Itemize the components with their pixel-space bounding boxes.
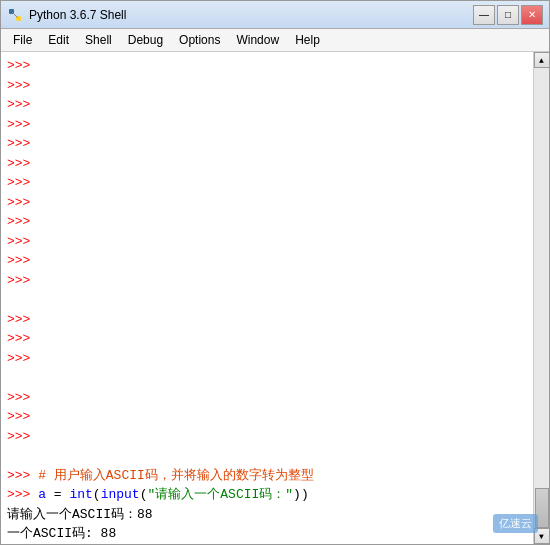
- comment-text: # 用户输入ASCII码，并将输入的数字转为整型: [38, 468, 314, 483]
- python-shell-window: Python 3.6.7 Shell — □ ✕ File Edit Shell…: [0, 0, 550, 545]
- prompt-line-17: >>>: [7, 407, 527, 427]
- window-title: Python 3.6.7 Shell: [29, 8, 473, 22]
- menu-shell[interactable]: Shell: [77, 31, 120, 49]
- prompt-line-5: >>>: [7, 134, 527, 154]
- prompt-sym2: >>>: [7, 487, 38, 502]
- menu-help[interactable]: Help: [287, 31, 328, 49]
- prompt-sym: >>>: [7, 468, 38, 483]
- window-controls: — □ ✕: [473, 5, 543, 25]
- app-icon: [7, 7, 23, 23]
- prompt-line-14: >>>: [7, 329, 527, 349]
- prompt-line-3: >>>: [7, 95, 527, 115]
- prompt-line-7: >>>: [7, 173, 527, 193]
- input-prompt-line: 请输入一个ASCII码：88: [7, 505, 527, 525]
- scroll-up-arrow[interactable]: ▲: [534, 52, 550, 68]
- empty-line-1: [7, 290, 527, 310]
- prompt-line-15: >>>: [7, 349, 527, 369]
- menu-edit[interactable]: Edit: [40, 31, 77, 49]
- prompt-line-10: >>>: [7, 232, 527, 252]
- empty-line-2: [7, 368, 527, 388]
- menu-bar: File Edit Shell Debug Options Window Hel…: [1, 29, 549, 52]
- prompt-line-9: >>>: [7, 212, 527, 232]
- minimize-button[interactable]: —: [473, 5, 495, 25]
- prompt-line-8: >>>: [7, 193, 527, 213]
- maximize-button[interactable]: □: [497, 5, 519, 25]
- scroll-track[interactable]: [534, 68, 549, 528]
- scrollbar[interactable]: ▲ ▼: [533, 52, 549, 544]
- prompt-line-4: >>>: [7, 115, 527, 135]
- code-line-1: >>> a = int(input("请输入一个ASCII码：")): [7, 485, 527, 505]
- watermark-label: 亿速云: [493, 514, 538, 533]
- menu-debug[interactable]: Debug: [120, 31, 171, 49]
- output-ascii-line: 一个ASCII码: 88: [7, 524, 527, 544]
- prompt-line-18: >>>: [7, 427, 527, 447]
- shell-content[interactable]: >>> >>> >>> >>> >>> >>> >>> >>> >>> >>> …: [1, 52, 533, 544]
- shell-body: >>> >>> >>> >>> >>> >>> >>> >>> >>> >>> …: [1, 52, 549, 544]
- prompt-line-1: >>>: [7, 56, 527, 76]
- menu-window[interactable]: Window: [228, 31, 287, 49]
- prompt-line-11: >>>: [7, 251, 527, 271]
- close-button[interactable]: ✕: [521, 5, 543, 25]
- prompt-line-12: >>>: [7, 271, 527, 291]
- svg-line-2: [12, 12, 18, 18]
- code-line-2: >>> print(a , " 对应的字符为", chr(a)): [7, 544, 527, 545]
- keyword-a: a: [38, 487, 46, 502]
- prompt-line-16: >>>: [7, 388, 527, 408]
- prompt-line-2: >>>: [7, 76, 527, 96]
- menu-file[interactable]: File: [5, 31, 40, 49]
- title-bar: Python 3.6.7 Shell — □ ✕: [1, 1, 549, 29]
- code-comment-line: >>> # 用户输入ASCII码，并将输入的数字转为整型: [7, 466, 527, 486]
- menu-options[interactable]: Options: [171, 31, 228, 49]
- empty-line-3: [7, 446, 527, 466]
- prompt-line-13: >>>: [7, 310, 527, 330]
- prompt-line-6: >>>: [7, 154, 527, 174]
